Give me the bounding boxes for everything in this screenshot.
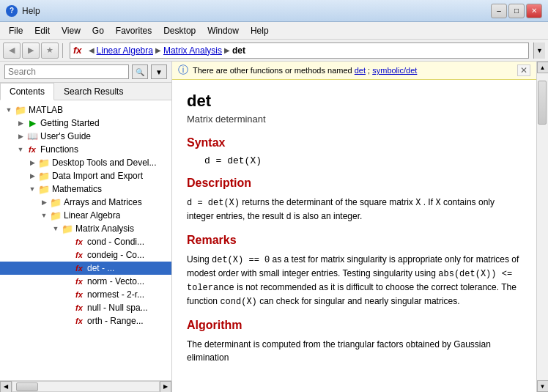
address-dropdown-button[interactable]: ▼ bbox=[533, 42, 545, 59]
expander-arrays-matrices[interactable]: ▶ bbox=[38, 196, 50, 208]
arrow-icon-getting-started: ▶ bbox=[26, 118, 38, 128]
expander-data-import[interactable]: ▶ bbox=[26, 170, 38, 182]
expander-linear-algebra[interactable]: ▼ bbox=[38, 210, 50, 221]
desc-text-2: . If bbox=[423, 197, 436, 207]
remarks-text-4: can check for singular and nearly singul… bbox=[259, 296, 459, 306]
tree-item-det[interactable]: fx det - ... bbox=[0, 262, 171, 275]
address-chevron-1: ▶ bbox=[155, 46, 161, 54]
vertical-scroll-track[interactable] bbox=[537, 73, 548, 380]
favorite-button[interactable]: ★ bbox=[41, 42, 59, 59]
toolbar-separator bbox=[62, 43, 63, 58]
desc-text-1: returns the determinant of the square ma… bbox=[242, 197, 415, 207]
algorithm-text: The determinant is computed from the tri… bbox=[187, 338, 522, 364]
expander-functions[interactable]: ▼ bbox=[15, 144, 26, 155]
address-current-page: det bbox=[232, 45, 245, 56]
tree-item-matlab[interactable]: ▼ 📁 MATLAB bbox=[0, 103, 171, 117]
folder-icon-matlab: 📁 bbox=[15, 105, 26, 115]
search-options-button[interactable]: ▼ bbox=[151, 64, 167, 79]
menu-help[interactable]: Help bbox=[245, 24, 275, 37]
syntax-code: d = det(X) bbox=[204, 155, 522, 166]
folder-icon-arrays-matrices: 📁 bbox=[50, 197, 62, 207]
tree-item-cond[interactable]: fx cond - Condi... bbox=[0, 235, 171, 248]
back-button[interactable]: ◀ bbox=[3, 42, 21, 59]
menu-desktop[interactable]: Desktop bbox=[158, 24, 201, 37]
fx-icon-null: fx bbox=[73, 303, 85, 313]
minimize-button[interactable]: – bbox=[491, 4, 507, 18]
menu-window[interactable]: Window bbox=[201, 24, 245, 37]
tree-item-getting-started[interactable]: ▶ ▶ Getting Started bbox=[0, 117, 171, 130]
menu-edit[interactable]: Edit bbox=[29, 24, 56, 37]
toolbar: ◀ ▶ ★ fx ◀ Linear Algebra ▶ Matrix Analy… bbox=[0, 40, 548, 62]
tree-item-matrix-analysis[interactable]: ▼ 📁 Matrix Analysis bbox=[0, 222, 171, 235]
tree-item-normest[interactable]: fx normest - 2-r... bbox=[0, 288, 171, 301]
tree-label-matlab: MATLAB bbox=[29, 105, 63, 115]
tree-item-arrays-matrices[interactable]: ▶ 📁 Arrays and Matrices bbox=[0, 196, 171, 209]
expander-det bbox=[62, 262, 73, 274]
tree-item-condeig[interactable]: fx condeig - Co... bbox=[0, 248, 171, 262]
search-button[interactable]: 🔍 bbox=[132, 64, 148, 79]
fx-icon-normest: fx bbox=[73, 289, 85, 300]
scroll-right-button[interactable]: ▶ bbox=[160, 381, 171, 393]
section-title-algorithm: Algorithm bbox=[187, 319, 522, 332]
tree-label-matrix-analysis: Matrix Analysis bbox=[75, 223, 134, 234]
expander-users-guide[interactable]: ▶ bbox=[15, 130, 26, 142]
expander-cond bbox=[62, 236, 73, 248]
folder-icon-matrix-analysis: 📁 bbox=[62, 223, 73, 234]
info-link-det[interactable]: det bbox=[355, 66, 366, 75]
expander-mathematics[interactable]: ▼ bbox=[26, 183, 38, 195]
expander-matrix-analysis[interactable]: ▼ bbox=[50, 223, 62, 234]
main-container: ◀ ▶ ★ fx ◀ Linear Algebra ▶ Matrix Analy… bbox=[0, 40, 548, 392]
tree-item-norm[interactable]: fx norm - Vecto... bbox=[0, 275, 171, 288]
window-controls: – □ ✕ bbox=[491, 4, 542, 18]
section-title-description: Description bbox=[187, 177, 522, 190]
desc-text-4: is also an integer. bbox=[294, 211, 362, 221]
scroll-left-button[interactable]: ◀ bbox=[0, 381, 12, 393]
folder-icon-linear-algebra: 📁 bbox=[50, 210, 62, 221]
remarks-text-1: Using bbox=[187, 254, 212, 265]
fx-icon-functions: fx bbox=[26, 144, 38, 155]
search-input[interactable] bbox=[4, 64, 129, 79]
tree-item-null[interactable]: fx null - Null spa... bbox=[0, 301, 171, 314]
close-button[interactable]: ✕ bbox=[526, 4, 542, 18]
maximize-button[interactable]: □ bbox=[508, 4, 525, 18]
scroll-up-button[interactable]: ▲ bbox=[537, 62, 549, 73]
content-area: 🔍 ▼ Contents Search Results ▼ 📁 MATLAB bbox=[0, 62, 548, 392]
tab-contents[interactable]: Contents bbox=[0, 83, 54, 100]
tree-item-users-guide[interactable]: ▶ 📖 User's Guide bbox=[0, 130, 171, 143]
info-bar: ⓘ There are other functions or methods n… bbox=[172, 62, 536, 80]
tree-item-linear-algebra[interactable]: ▼ 📁 Linear Algebra bbox=[0, 209, 171, 222]
tree-item-desktop-tools[interactable]: ▶ 📁 Desktop Tools and Devel... bbox=[0, 156, 171, 169]
desc-code-1: d = det(X) bbox=[187, 198, 240, 208]
right-panel: ⓘ There are other functions or methods n… bbox=[172, 62, 536, 392]
tree-label-mathematics: Mathematics bbox=[52, 184, 102, 194]
tree-view: ▼ 📁 MATLAB ▶ ▶ Getting Started ▶ 📖 User'… bbox=[0, 100, 171, 380]
expander-normest bbox=[62, 289, 73, 300]
app-icon: ? bbox=[6, 5, 18, 17]
info-close-button[interactable]: ✕ bbox=[517, 64, 530, 76]
scroll-down-button[interactable]: ▼ bbox=[537, 380, 549, 392]
expander-matlab[interactable]: ▼ bbox=[3, 104, 15, 116]
tree-item-functions[interactable]: ▼ fx Functions bbox=[0, 143, 171, 156]
right-panel-scrollbar: ▲ ▼ bbox=[536, 62, 548, 392]
info-link-symbolic-det[interactable]: symbolic/det bbox=[372, 66, 417, 75]
right-panel-container: ⓘ There are other functions or methods n… bbox=[172, 62, 548, 392]
fx-icon-det: fx bbox=[73, 263, 85, 273]
tree-item-mathematics[interactable]: ▼ 📁 Mathematics bbox=[0, 182, 171, 196]
expander-desktop-tools[interactable]: ▶ bbox=[26, 157, 38, 169]
menu-file[interactable]: File bbox=[3, 24, 29, 37]
fx-symbol: fx bbox=[73, 45, 82, 56]
expander-getting-started[interactable]: ▶ bbox=[15, 117, 26, 129]
tree-item-data-import[interactable]: ▶ 📁 Data Import and Export bbox=[0, 169, 171, 182]
tab-search-results[interactable]: Search Results bbox=[54, 83, 133, 100]
menu-view[interactable]: View bbox=[56, 24, 86, 37]
menu-go[interactable]: Go bbox=[86, 24, 110, 37]
menu-bar: File Edit View Go Favorites Desktop Wind… bbox=[0, 22, 548, 40]
forward-button[interactable]: ▶ bbox=[22, 42, 40, 59]
horizontal-scroll-track[interactable] bbox=[12, 381, 160, 392]
address-matrix-analysis[interactable]: Matrix Analysis bbox=[163, 45, 222, 56]
menu-favorites[interactable]: Favorites bbox=[110, 24, 158, 37]
tree-item-orth[interactable]: fx orth - Range... bbox=[0, 314, 171, 328]
info-text-prefix: There are other functions or methods nam… bbox=[193, 66, 355, 75]
address-linear-algebra[interactable]: Linear Algebra bbox=[97, 45, 153, 56]
section-title-remarks: Remarks bbox=[187, 234, 522, 247]
